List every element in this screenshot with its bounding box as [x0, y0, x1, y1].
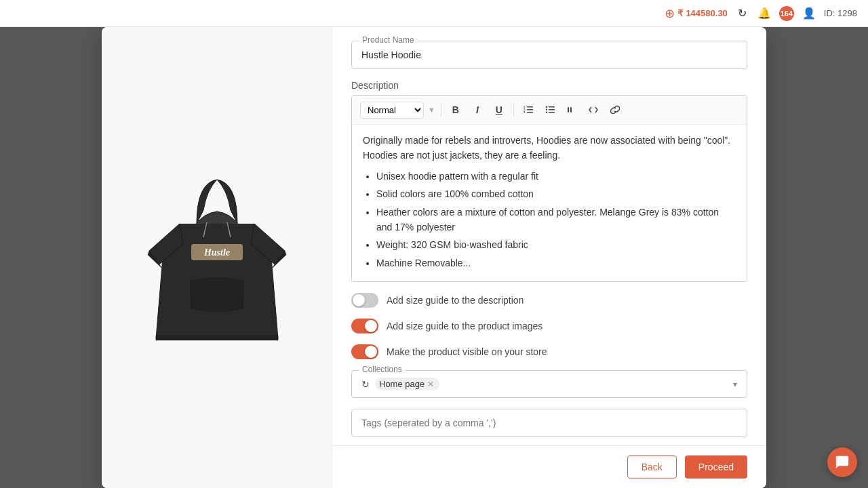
- editor-content-area[interactable]: Originally made for rebels and introvert…: [352, 125, 747, 281]
- svg-text:Hustle: Hustle: [203, 247, 229, 258]
- balance-value: 144580.30: [686, 8, 727, 18]
- description-section: Description Normal Heading 1 Heading 2 H…: [351, 80, 747, 282]
- toggle-size-guide-images-label: Add size guide to the product images: [387, 321, 542, 331]
- svg-rect-10: [549, 106, 555, 108]
- svg-rect-6: [527, 112, 533, 113]
- svg-rect-4: [527, 106, 533, 108]
- product-name-input[interactable]: [351, 41, 747, 69]
- toggle-size-guide-description-label: Add size guide to the description: [387, 295, 524, 306]
- svg-rect-11: [549, 109, 555, 110]
- link-button[interactable]: [606, 101, 624, 119]
- editor-intro-text: Originally made for rebels and introvert…: [363, 133, 736, 163]
- collections-label: Collections: [359, 365, 405, 374]
- description-label: Description: [351, 80, 747, 91]
- notification-count-badge: 164: [779, 6, 794, 21]
- svg-text:3.: 3.: [524, 110, 526, 114]
- toggle-track-3[interactable]: [351, 344, 378, 359]
- toggle-thumb-1: [353, 294, 365, 306]
- code-button[interactable]: [585, 101, 602, 119]
- editor-bullet-1: Unisex hoodie pattern with a regular fit: [376, 169, 736, 184]
- toggle-size-guide-description[interactable]: [351, 293, 378, 308]
- toggle-size-guide-description-row: Add size guide to the description: [351, 293, 747, 308]
- toggle-thumb-3: [365, 346, 377, 358]
- bold-button[interactable]: B: [447, 101, 465, 119]
- product-image: Hustle: [129, 156, 305, 359]
- underline-button[interactable]: U: [490, 101, 508, 119]
- toggle-size-guide-images-row: Add size guide to the product images: [351, 319, 747, 333]
- chat-icon: [835, 455, 850, 470]
- tags-input[interactable]: [351, 409, 747, 437]
- blockquote-button[interactable]: [563, 101, 580, 119]
- format-select[interactable]: Normal Heading 1 Heading 2 Heading 3: [360, 102, 424, 119]
- product-edit-modal: Hustle Product: [102, 27, 766, 488]
- toolbar-divider-2: [513, 103, 514, 117]
- add-funds-icon[interactable]: ⊕: [665, 6, 675, 21]
- balance-amount: ₹: [677, 8, 683, 18]
- unordered-list-button[interactable]: [541, 101, 559, 119]
- hoodie-illustration: Hustle: [142, 163, 292, 352]
- collections-dropdown[interactable]: ↻ Home page ✕ ▾: [351, 370, 747, 398]
- editor-toolbar: Normal Heading 1 Heading 2 Heading 3 ▼ B…: [352, 96, 747, 125]
- product-name-label: Product Name: [359, 35, 417, 45]
- chip-label: Home page: [379, 379, 425, 389]
- description-editor: Normal Heading 1 Heading 2 Heading 3 ▼ B…: [351, 95, 747, 282]
- italic-button[interactable]: I: [469, 101, 486, 119]
- ordered-list-button[interactable]: 1.2.3.: [519, 101, 537, 119]
- toggle-product-visible[interactable]: [351, 344, 378, 359]
- editor-bullet-4: Weight: 320 GSM bio-washed fabric: [376, 237, 736, 252]
- balance-display: ⊕ ₹144580.30: [665, 6, 727, 21]
- chat-support-button[interactable]: [827, 447, 857, 477]
- svg-point-14: [546, 109, 547, 110]
- user-profile-icon[interactable]: 👤: [802, 7, 816, 20]
- editor-bullet-5: Machine Removable...: [376, 256, 736, 270]
- svg-point-15: [546, 112, 547, 113]
- toggle-track-1[interactable]: [351, 293, 378, 308]
- toggle-product-visible-row: Make the product visible on your store: [351, 344, 747, 359]
- proceed-button[interactable]: Proceed: [685, 455, 747, 479]
- svg-rect-17: [570, 107, 572, 113]
- svg-rect-5: [527, 109, 533, 110]
- collections-refresh-icon[interactable]: ↻: [361, 379, 370, 390]
- modal-content: Product Name Description Normal Heading …: [332, 27, 766, 445]
- back-button[interactable]: Back: [627, 455, 677, 479]
- refresh-button[interactable]: ↻: [736, 7, 749, 20]
- notification-bell-icon[interactable]: 🔔: [757, 7, 771, 20]
- toolbar-divider-1: [441, 103, 441, 117]
- chip-remove-button[interactable]: ✕: [427, 380, 434, 388]
- modal-overlay: Hustle Product: [0, 0, 868, 488]
- svg-rect-16: [568, 107, 569, 113]
- toggle-thumb-2: [365, 320, 377, 332]
- collections-chips-area: Home page ✕: [375, 378, 728, 390]
- svg-rect-12: [549, 112, 555, 113]
- editor-bullet-2: Solid colors are 100% combed cotton: [376, 186, 736, 201]
- top-bar: ⊕ ₹144580.30 ↻ 🔔 164 👤 ID: 1298: [0, 0, 868, 27]
- product-image-panel: Hustle: [102, 27, 332, 488]
- collection-chip-homepage: Home page ✕: [375, 378, 439, 390]
- toggle-size-guide-images[interactable]: [351, 319, 378, 333]
- user-id-display: ID: 1298: [824, 8, 857, 18]
- collections-field: Collections ↻ Home page ✕ ▾: [351, 370, 747, 398]
- toggle-product-visible-label: Make the product visible on your store: [387, 346, 547, 357]
- toggle-track-2[interactable]: [351, 319, 378, 333]
- modal-footer: Back Proceed: [332, 445, 766, 488]
- editor-bullet-3: Heather colors are a mixture of cotton a…: [376, 205, 736, 235]
- svg-point-13: [546, 106, 547, 108]
- collections-dropdown-arrow: ▾: [733, 380, 737, 389]
- product-name-field: Product Name: [351, 41, 747, 69]
